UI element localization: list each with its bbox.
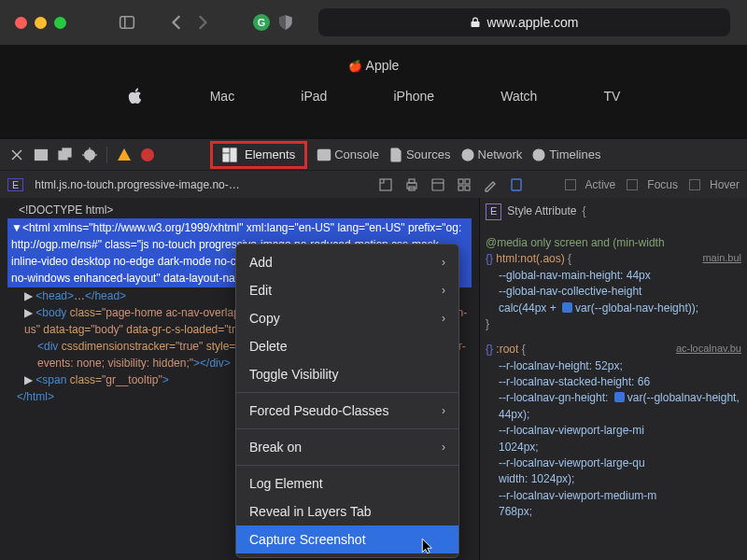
svg-rect-13: [223, 148, 229, 152]
network-icon: [460, 147, 475, 162]
menu-reveal-layers[interactable]: Reveal in Layers Tab: [236, 497, 458, 525]
dom-tree-panel[interactable]: <!DOCTYPE html> ▼<html xmlns="http://www…: [0, 198, 480, 560]
print-icon[interactable]: [404, 177, 419, 192]
devtools-toolbar: E html.js.no-touch.progressive-image.no-…: [0, 170, 747, 198]
svg-rect-24: [432, 179, 444, 190]
state-active[interactable]: Active: [565, 178, 616, 191]
svg-rect-28: [458, 186, 463, 190]
svg-rect-20: [380, 179, 391, 190]
new-window-icon[interactable]: [378, 177, 393, 192]
console-icon: [317, 147, 331, 162]
styles-header: Style Attribute: [507, 203, 576, 219]
svg-point-8: [85, 149, 95, 160]
classes-icon[interactable]: [430, 177, 445, 192]
tab-timelines[interactable]: Timelines: [531, 147, 600, 162]
minimize-window[interactable]: [35, 17, 47, 29]
devtools-tabbar: Elements Console Sources Network Timelin…: [0, 138, 747, 170]
menu-edit[interactable]: Edit›: [236, 276, 458, 304]
svg-rect-14: [223, 154, 229, 161]
extension-grammarly-icon[interactable]: G: [253, 14, 270, 31]
back-button[interactable]: [169, 14, 186, 31]
dock-side-icon[interactable]: [34, 147, 49, 162]
grid-icon[interactable]: [457, 177, 472, 192]
browser-titlebar: G www.apple.com: [0, 0, 747, 45]
menu-log-element[interactable]: Log Element: [236, 469, 458, 497]
svg-rect-30: [512, 179, 521, 190]
styles-panel[interactable]: EStyle Attribute { @media only screen an…: [480, 198, 747, 560]
css-file-1[interactable]: main.bul: [702, 251, 741, 266]
forward-button[interactable]: [193, 14, 210, 31]
svg-rect-7: [63, 148, 71, 157]
state-hover[interactable]: Hover: [689, 178, 740, 191]
error-icon[interactable]: [141, 148, 154, 161]
cursor-icon: [420, 538, 437, 554]
style-badge: E: [486, 203, 501, 220]
target-icon[interactable]: [82, 147, 97, 162]
svg-rect-29: [465, 186, 470, 190]
svg-rect-15: [231, 148, 236, 161]
apple-site-title: 🍎Apple: [0, 45, 747, 80]
menu-delete[interactable]: Delete: [236, 332, 458, 360]
tab-console[interactable]: Console: [317, 147, 379, 162]
nav-tv[interactable]: TV: [604, 89, 621, 104]
zoom-window[interactable]: [54, 17, 66, 29]
nav-mac[interactable]: Mac: [210, 89, 234, 104]
url-text: www.apple.com: [486, 15, 578, 30]
css-selector-1[interactable]: html:not(.aos): [496, 252, 564, 265]
lock-icon: [470, 17, 481, 28]
menu-copy[interactable]: Copy›: [236, 304, 458, 332]
close-window[interactable]: [15, 17, 27, 29]
sources-icon: [388, 147, 403, 162]
paint-icon[interactable]: [483, 177, 498, 192]
nav-iphone[interactable]: iPhone: [393, 89, 434, 104]
css-selector-2[interactable]: :root: [496, 343, 518, 356]
state-focus[interactable]: Focus: [627, 178, 678, 191]
context-menu: Add› Edit› Copy› Delete Toggle Visibilit…: [235, 244, 459, 558]
apple-logo-icon[interactable]: [127, 88, 144, 105]
breadcrumb[interactable]: html.js.no-touch.progressive-image.no-…: [35, 178, 239, 191]
svg-rect-27: [465, 179, 470, 184]
warning-icon[interactable]: [117, 147, 132, 162]
element-badge[interactable]: E: [7, 178, 23, 191]
nav-watch[interactable]: Watch: [500, 89, 537, 104]
menu-toggle-visibility[interactable]: Toggle Visibility: [236, 360, 458, 388]
apple-global-nav: Mac iPad iPhone Watch TV: [0, 80, 747, 112]
layers-icon[interactable]: [509, 177, 524, 192]
menu-forced-pseudo[interactable]: Forced Pseudo-Classes›: [236, 397, 458, 425]
shield-icon[interactable]: [277, 14, 294, 31]
dom-doctype[interactable]: <!DOCTYPE html>: [7, 202, 472, 218]
window-controls: [15, 17, 66, 29]
svg-rect-0: [120, 17, 134, 28]
tab-network[interactable]: Network: [460, 147, 523, 162]
sidebar-toggle-icon[interactable]: [119, 14, 135, 31]
menu-add[interactable]: Add›: [236, 248, 458, 276]
tab-elements[interactable]: Elements: [210, 141, 307, 169]
address-bar[interactable]: www.apple.com: [318, 8, 730, 36]
elements-icon: [222, 147, 237, 162]
media-rule: @media only screen and (min-width: [486, 236, 665, 249]
menu-break-on[interactable]: Break on›: [236, 433, 458, 461]
css-file-2[interactable]: ac-localnav.bu: [676, 342, 741, 357]
page-content: 🍎Apple Mac iPad iPhone Watch TV: [0, 45, 747, 138]
dock-detach-icon[interactable]: [58, 147, 73, 162]
svg-rect-22: [409, 179, 415, 183]
close-devtools-icon[interactable]: [9, 147, 24, 162]
tab-sources[interactable]: Sources: [388, 147, 451, 162]
timelines-icon: [531, 147, 546, 162]
svg-rect-26: [458, 179, 463, 184]
nav-ipad[interactable]: iPad: [301, 89, 327, 104]
